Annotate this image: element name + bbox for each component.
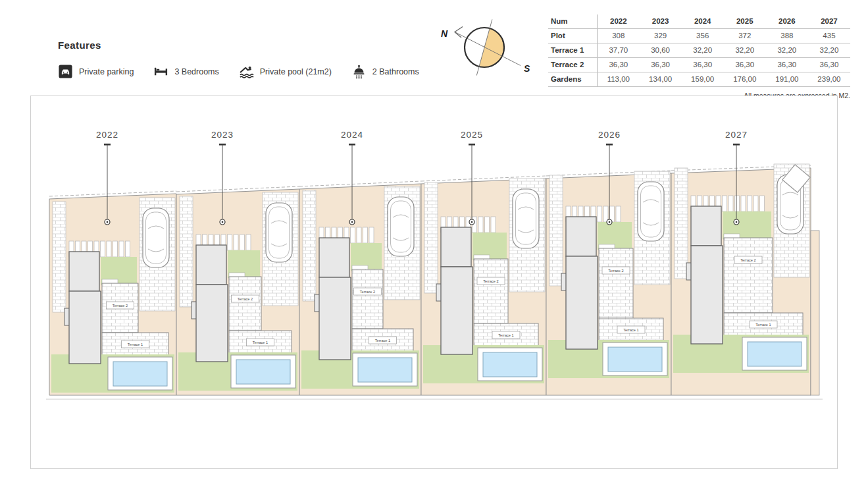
pergola-slat <box>760 196 765 211</box>
left-paving <box>549 175 563 286</box>
left-paving <box>180 196 193 307</box>
plot-marker-dot <box>609 221 611 223</box>
pergola-slat <box>228 235 232 250</box>
left-paving <box>675 168 688 279</box>
pergola-slat <box>363 227 368 243</box>
plot-marker-dot <box>351 221 353 223</box>
pergola-slat <box>741 196 746 211</box>
plot-2022: Terrace 2Terrace 1 <box>49 191 176 395</box>
right-edge-strip <box>811 231 819 395</box>
left-paving <box>303 190 316 301</box>
plot-marker-dot <box>222 221 224 223</box>
building-footprint-upper <box>691 206 721 246</box>
building-footprint-lower <box>69 291 101 364</box>
year-label: 2024 <box>341 130 363 140</box>
plot-2023: Terrace 2Terrace 1 <box>176 186 299 395</box>
plot-marker-dot <box>107 221 109 223</box>
terrace-2-label: Terrace 2 <box>483 279 498 283</box>
building-footprint-lower <box>566 256 598 349</box>
pergola-slat <box>748 196 752 211</box>
page: Features Private parking3 BedroomsPrivat… <box>0 0 868 498</box>
terrace-2 <box>352 269 383 329</box>
plot-2027: Terrace 2Terrace 1 <box>671 164 811 395</box>
terrace-1-label: Terrace 1 <box>375 339 390 343</box>
pergola-slat <box>598 206 602 222</box>
year-label: 2026 <box>598 130 621 140</box>
pool <box>236 360 290 384</box>
building-footprint-lower <box>441 267 472 354</box>
building-footprint-lower <box>691 246 723 344</box>
pergola-slat <box>753 196 758 211</box>
plot-2025: Terrace 2Terrace 1 <box>421 176 546 395</box>
pergola-slat <box>616 206 621 222</box>
terrace-2 <box>474 259 508 323</box>
pool <box>748 342 802 366</box>
pergola-slat <box>351 227 355 243</box>
terrace-2-label: Terrace 2 <box>608 269 623 273</box>
building-footprint-upper <box>566 217 596 256</box>
building-footprint-lower <box>319 277 351 360</box>
terrace-2-label: Terrace 2 <box>360 290 375 294</box>
terrace-1-label: Terrace 1 <box>253 341 268 345</box>
year-label: 2027 <box>725 130 748 140</box>
year-label: 2023 <box>211 130 234 140</box>
building-footprint-upper <box>196 245 226 285</box>
terrace-2-label: Terrace 2 <box>740 258 755 262</box>
building-footprint-upper <box>319 238 349 277</box>
terrace-1-label: Terrace 1 <box>128 343 143 346</box>
pergola-slat <box>357 227 361 243</box>
pergola-slat <box>240 235 245 250</box>
left-paving <box>424 182 438 293</box>
year-label: 2025 <box>461 130 483 140</box>
car-icon <box>143 208 169 267</box>
pool <box>483 352 537 377</box>
pool <box>608 347 662 372</box>
pool <box>358 358 412 382</box>
pergola-slat <box>735 196 740 211</box>
building-footprint-upper <box>441 227 471 267</box>
pergola-slat <box>126 241 130 257</box>
plot-2024: Terrace 2Terrace 1 <box>299 181 421 395</box>
pergola-slat <box>369 227 374 243</box>
terrace-2-label: Terrace 2 <box>113 304 128 308</box>
terrace-2 <box>229 277 261 331</box>
car-icon <box>513 189 539 248</box>
year-label: 2022 <box>96 130 118 140</box>
pergola-slat <box>246 235 251 250</box>
left-paving <box>53 202 66 312</box>
pergola-slat <box>234 235 238 250</box>
car-icon <box>388 197 414 256</box>
pergola-slat <box>478 217 483 233</box>
pergola-slat <box>113 241 118 257</box>
pergola-slat <box>107 241 111 257</box>
building-footprint-lower <box>196 285 228 362</box>
plot-marker-dot <box>471 221 473 223</box>
pergola-slat <box>101 241 105 257</box>
plot-marker-dot <box>736 221 738 223</box>
terrace-1-label: Terrace 1 <box>623 328 638 332</box>
pergola-slat <box>485 217 490 233</box>
building-footprint-upper <box>69 252 99 291</box>
terrace-1-label: Terrace 1 <box>755 323 771 327</box>
pool <box>113 362 167 386</box>
plot-2026: Terrace 2Terrace 1 <box>546 171 671 395</box>
terrace-2-label: Terrace 2 <box>238 297 253 301</box>
car-icon <box>266 203 292 262</box>
pergola-slat <box>728 196 733 211</box>
pergola-slat <box>119 241 124 257</box>
pergola-slat <box>603 206 608 222</box>
pergola-slat <box>723 196 727 211</box>
site-plan-svg: Terrace 2Terrace 12022Terrace 2Terrace 1… <box>0 0 868 498</box>
terrace-1-label: Terrace 1 <box>498 333 513 337</box>
terrace-2 <box>724 238 773 313</box>
car-icon <box>638 182 664 241</box>
pergola-slat <box>491 217 496 233</box>
terrace-2 <box>599 248 633 318</box>
